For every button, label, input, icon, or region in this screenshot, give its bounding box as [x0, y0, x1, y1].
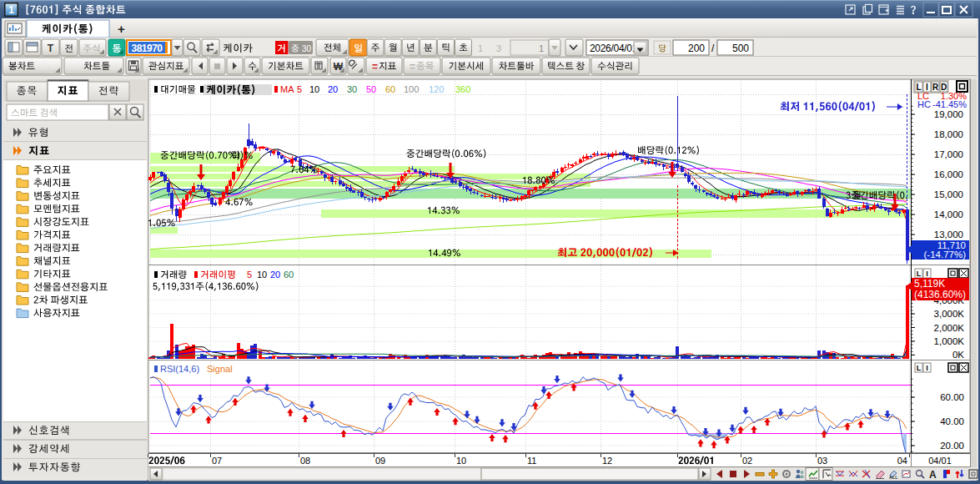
- svg-text:5: 5: [247, 270, 252, 280]
- svg-text:12: 12: [602, 456, 612, 466]
- svg-text:ALL: ALL: [889, 475, 898, 480]
- svg-text:3,000K: 3,000K: [934, 309, 965, 319]
- svg-text:14,000: 14,000: [934, 209, 963, 219]
- svg-text:09: 09: [375, 456, 385, 466]
- svg-text:(-14.77%): (-14.77%): [924, 250, 967, 260]
- svg-text:0K: 0K: [952, 350, 964, 360]
- svg-text:1: 1: [478, 43, 483, 53]
- svg-text:RSI(14,6): RSI(14,6): [160, 364, 199, 374]
- svg-text:1: 1: [539, 43, 544, 53]
- svg-text:Signal: Signal: [207, 364, 233, 374]
- svg-text:500: 500: [732, 43, 749, 54]
- svg-text:11: 11: [527, 456, 536, 466]
- svg-text:20: 20: [270, 270, 280, 280]
- svg-text:=: =: [410, 61, 415, 73]
- svg-text:04: 04: [897, 456, 907, 466]
- svg-text:16,000: 16,000: [934, 169, 963, 179]
- svg-text:MA: MA: [280, 84, 294, 94]
- svg-text:200: 200: [688, 43, 705, 54]
- svg-text:08: 08: [300, 456, 310, 466]
- svg-text:1,000K: 1,000K: [934, 336, 965, 346]
- svg-text:02: 02: [742, 456, 752, 466]
- svg-text:R: R: [932, 83, 939, 92]
- svg-text:2026/04/01: 2026/04/01: [590, 43, 638, 54]
- svg-text:60.00: 60.00: [940, 392, 964, 402]
- svg-text:+: +: [118, 22, 125, 36]
- svg-text:381970: 381970: [131, 43, 163, 54]
- svg-text:360: 360: [455, 84, 470, 94]
- svg-text:HC: HC: [917, 99, 931, 109]
- svg-text:19,000: 19,000: [934, 109, 963, 119]
- svg-text:18,000: 18,000: [934, 129, 963, 139]
- svg-text:1: 1: [8, 4, 14, 16]
- svg-text:10: 10: [309, 84, 319, 94]
- svg-text:=: =: [372, 61, 378, 73]
- svg-text:I: I: [926, 270, 928, 278]
- svg-text:2,000K: 2,000K: [934, 323, 965, 333]
- svg-text:17,000: 17,000: [934, 149, 963, 159]
- svg-text:100: 100: [404, 84, 419, 94]
- svg-text:20: 20: [328, 84, 338, 94]
- svg-text:L: L: [917, 364, 922, 372]
- svg-text:13,000: 13,000: [934, 229, 963, 239]
- svg-text:07: 07: [212, 456, 222, 466]
- svg-text:-41.45%: -41.45%: [932, 99, 967, 109]
- svg-text:I: I: [926, 364, 928, 372]
- svg-text:5: 5: [297, 84, 302, 94]
- svg-text:5,119K: 5,119K: [914, 278, 945, 290]
- svg-text:120: 120: [429, 84, 444, 94]
- svg-text:T: T: [48, 43, 54, 54]
- svg-text:40.00: 40.00: [940, 416, 964, 426]
- svg-text:A: A: [929, 469, 937, 481]
- svg-text:10: 10: [257, 270, 267, 280]
- svg-text:15,000: 15,000: [934, 189, 963, 199]
- svg-text:04/01: 04/01: [928, 456, 952, 466]
- svg-text:03: 03: [817, 456, 827, 466]
- svg-text:20.00: 20.00: [940, 441, 964, 451]
- svg-text:30: 30: [347, 84, 357, 94]
- svg-text:L: L: [917, 270, 922, 278]
- svg-text:60: 60: [385, 84, 395, 94]
- svg-text:(4136.60%): (4136.60%): [914, 289, 966, 300]
- svg-text:50: 50: [366, 84, 376, 94]
- svg-text:₩: ₩: [334, 61, 344, 73]
- svg-text:60: 60: [284, 270, 294, 280]
- svg-text:10: 10: [456, 456, 466, 466]
- svg-text:30: 30: [302, 44, 312, 53]
- svg-text:3: 3: [496, 43, 501, 53]
